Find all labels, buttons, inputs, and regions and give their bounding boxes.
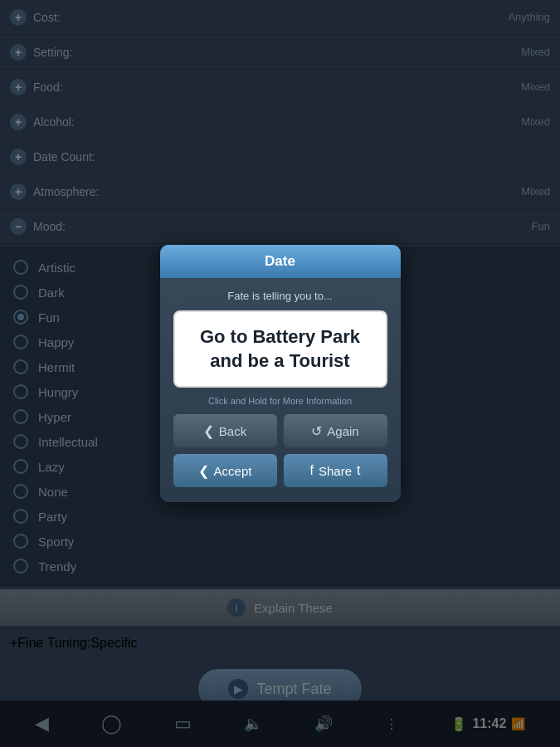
fate-message: Go to Battery Park and be a Tourist [200,326,360,371]
modal: Date Fate is telling you to... Go to Bat… [160,245,401,502]
fate-subtitle: Fate is telling you to... [173,290,387,302]
modal-title: Date [265,253,295,269]
share-label: Share [319,464,352,478]
share-button[interactable]: f Share t [284,454,387,487]
share-t-icon: t [357,463,360,478]
again-icon: ↺ [311,423,322,439]
again-button[interactable]: ↺ Again [284,414,387,447]
modal-header: Date [160,245,401,278]
accept-button[interactable]: ❮ Accept [173,454,277,487]
app-container: + Cost: Anything + Setting: Mixed + Food… [0,0,560,730]
modal-body: Fate is telling you to... Go to Battery … [160,278,401,502]
fate-message-box[interactable]: Go to Battery Park and be a Tourist [173,310,387,388]
back-label: Back [219,424,246,438]
modal-overlay: Date Fate is telling you to... Go to Bat… [0,0,560,747]
share-f-icon: f [310,463,314,478]
modal-row-1: ❮ Back ↺ Again [173,414,387,447]
modal-row-2: ❮ Accept f Share t [173,454,387,487]
accept-icon: ❮ [198,463,209,479]
accept-label: Accept [214,464,252,478]
back-arrow-icon: ❮ [203,423,214,439]
again-label: Again [327,424,358,438]
back-button[interactable]: ❮ Back [173,414,277,447]
hold-instruction: Click and Hold for More Information [173,396,387,406]
